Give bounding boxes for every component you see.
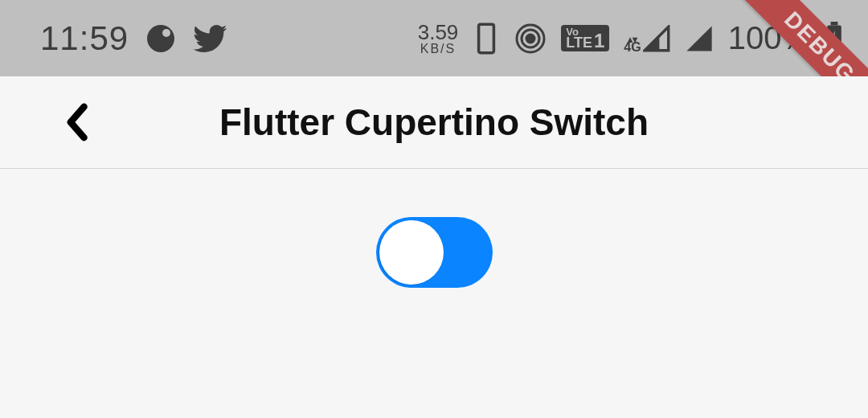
- status-bar: 11:59 3.59 KB/S Vo LTE 1: [0, 0, 868, 76]
- svg-point-0: [147, 25, 174, 52]
- phone-portrait-icon: [473, 23, 500, 55]
- status-time: 11:59: [40, 19, 129, 58]
- network-type-label: 4G: [624, 43, 641, 51]
- back-button[interactable]: [56, 102, 96, 142]
- chevron-left-icon: [63, 103, 89, 141]
- switch-thumb: [379, 220, 444, 285]
- network-speed-indicator: 3.59 KB/S: [418, 22, 459, 55]
- network-speed-unit: KB/S: [420, 43, 456, 55]
- cupertino-nav-bar: Flutter Cupertino Switch: [0, 76, 868, 169]
- signal-4g-indicator: ▴▾ 4G: [624, 25, 669, 52]
- hotspot-icon: [514, 23, 547, 55]
- cupertino-switch[interactable]: [376, 217, 493, 288]
- signal-bars-icon-2: [685, 24, 714, 53]
- volte-icon: Vo LTE 1: [561, 25, 609, 51]
- network-speed-value: 3.59: [418, 22, 459, 43]
- page-title: Flutter Cupertino Switch: [219, 100, 649, 144]
- svg-rect-2: [479, 24, 494, 52]
- notification-dot-icon: [145, 23, 177, 55]
- svg-point-1: [162, 29, 170, 37]
- svg-point-3: [526, 35, 534, 43]
- body-area: [0, 169, 868, 418]
- status-left-group: 11:59: [40, 19, 228, 58]
- volte-sim-number: 1: [594, 33, 604, 48]
- twitter-icon: [193, 21, 228, 56]
- volte-bot-label: LTE: [566, 37, 592, 48]
- signal-bars-icon-1: [643, 25, 670, 52]
- svg-rect-7: [831, 22, 838, 25]
